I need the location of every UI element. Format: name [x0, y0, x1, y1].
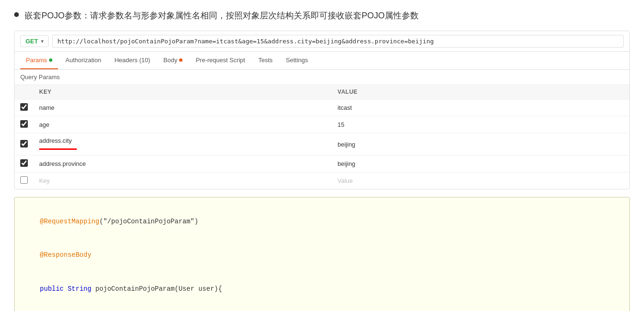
- row4-checkbox-cell: [15, 156, 33, 172]
- row4-value: beijing: [338, 160, 355, 167]
- tab-tests[interactable]: Tests: [253, 52, 278, 69]
- url-bar: GET ▾: [15, 31, 629, 52]
- row1-value: itcast: [338, 104, 352, 111]
- tab-tests-label: Tests: [258, 57, 272, 64]
- body-dot: [179, 58, 182, 62]
- postman-panel: GET ▾ Params Authorization Headers (10) …: [14, 31, 630, 189]
- table-row: address.city beijing: [15, 133, 629, 156]
- chevron-down-icon: ▾: [41, 39, 43, 44]
- params-dot: [49, 58, 52, 62]
- row5-value-placeholder: Value: [338, 177, 353, 184]
- red-underline-decoration: [39, 148, 77, 150]
- row3-checkbox-cell: [15, 133, 33, 156]
- code-block: @RequestMapping("/pojoContainPojoParam")…: [14, 197, 630, 311]
- row5-key-placeholder: Key: [39, 177, 50, 184]
- table-row: Key Value: [15, 172, 629, 189]
- code-line-3: public String pojoContainPojoParam(User …: [24, 272, 620, 306]
- row3-value-cell: beijing: [332, 133, 629, 156]
- bullet-dot: [14, 12, 19, 17]
- code-line-1: @RequestMapping("/pojoContainPojoParam"): [24, 205, 620, 238]
- tab-pre-request-label: Pre-request Script: [196, 57, 245, 64]
- row5-checkbox[interactable]: [20, 176, 28, 184]
- row4-checkbox[interactable]: [20, 159, 28, 167]
- method-select[interactable]: GET ▾: [20, 35, 49, 47]
- tab-authorization-label: Authorization: [66, 57, 101, 64]
- row2-checkbox-cell: [15, 116, 33, 133]
- row4-key: address.province: [39, 160, 86, 167]
- params-table: KEY VALUE name itcast: [15, 85, 629, 189]
- row1-value-cell: itcast: [332, 99, 629, 116]
- row2-key-cell: age: [33, 116, 332, 133]
- tab-params-label: Params: [26, 57, 47, 64]
- row1-checkbox-cell: [15, 99, 33, 116]
- row4-key-cell: address.province: [33, 156, 332, 172]
- method-label: GET: [25, 38, 38, 45]
- annotation-2: @ResponseBody: [40, 251, 91, 259]
- row3-key-cell: address.city: [33, 133, 332, 156]
- tab-authorization[interactable]: Authorization: [60, 52, 107, 69]
- tab-params[interactable]: Params: [20, 52, 58, 69]
- col-key-header: KEY: [33, 85, 332, 99]
- row5-value-cell: Value: [332, 172, 629, 189]
- query-params-label: Query Params: [15, 70, 629, 85]
- row3-key: address.city: [39, 137, 72, 144]
- tab-headers-label: Headers (10): [115, 57, 150, 64]
- bullet-heading: 嵌套POJO参数：请求参数名与形参对象属性名相同，按照对象层次结构关系即可接收嵌…: [25, 9, 419, 22]
- table-row: age 15: [15, 116, 629, 133]
- tabs-bar: Params Authorization Headers (10) Body P…: [15, 52, 629, 70]
- table-row: name itcast: [15, 99, 629, 116]
- row2-key: age: [39, 121, 50, 128]
- annotation-1: @RequestMapping: [40, 218, 99, 225]
- row3-checkbox[interactable]: [20, 140, 28, 147]
- row1-key: name: [39, 104, 55, 111]
- code-line-2: @ResponseBody: [24, 238, 620, 272]
- row1-key-cell: name: [33, 99, 332, 116]
- row3-value: beijing: [338, 141, 355, 148]
- row2-checkbox[interactable]: [20, 120, 28, 128]
- row1-checkbox[interactable]: [20, 103, 28, 111]
- tab-settings-label: Settings: [286, 57, 308, 64]
- col-value-header: VALUE: [332, 85, 629, 99]
- table-row: address.province beijing: [15, 156, 629, 172]
- row4-value-cell: beijing: [332, 156, 629, 172]
- bullet-section: 嵌套POJO参数：请求参数名与形参对象属性名相同，按照对象层次结构关系即可接收嵌…: [14, 9, 630, 22]
- row5-checkbox-cell: [15, 172, 33, 189]
- code-line-4: System.out.println("pojo嵌套pojo参数传递 user …: [24, 306, 620, 311]
- tab-headers[interactable]: Headers (10): [109, 52, 156, 69]
- url-input[interactable]: [52, 35, 624, 48]
- row2-value: 15: [338, 121, 344, 128]
- tab-pre-request[interactable]: Pre-request Script: [190, 52, 251, 69]
- row5-key-cell: Key: [33, 172, 332, 189]
- col-checkbox-header: [15, 85, 33, 99]
- tab-body-label: Body: [164, 57, 178, 64]
- row2-value-cell: 15: [332, 116, 629, 133]
- tab-settings[interactable]: Settings: [280, 52, 314, 69]
- tab-body[interactable]: Body: [158, 52, 189, 69]
